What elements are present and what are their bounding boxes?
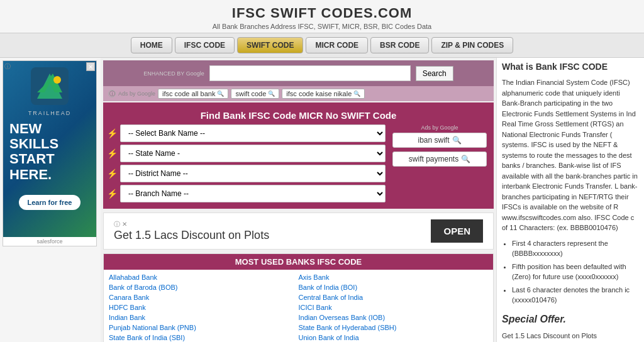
ad-label: salesforce <box>3 237 96 246</box>
quick-link-2[interactable]: swift code 🔍 <box>231 89 279 99</box>
bullet-2: Fifth position has been defaulted with (… <box>512 262 639 282</box>
finder-ads: Ads by Google iban swift 🔍 swift payment… <box>389 124 490 205</box>
banner-ad-open-button[interactable]: OPEN <box>431 219 483 243</box>
site-title: IFSC SWIFT CODES.COM <box>0 5 644 21</box>
iban-swift-text: iban swift <box>418 136 449 145</box>
search-button[interactable]: Search <box>416 66 453 81</box>
swift-payments-text: swift payments <box>409 155 458 163</box>
nav-micr-code[interactable]: MICR CODE <box>306 37 368 53</box>
bank-canara[interactable]: Canara Bank <box>109 292 299 302</box>
special-offer: Special Offer. Get 1.5 Lacs Discount on … <box>502 312 639 343</box>
bank-icici[interactable]: ICICI Bank <box>299 302 489 312</box>
ifsc-bullets: First 4 characters represent the (BBBBxx… <box>502 238 639 306</box>
bullet-3: Last 6 character denotes the branch ic (… <box>512 285 639 306</box>
ad-close-button[interactable]: ✕ <box>86 62 95 71</box>
branch-name-row: ⚡ -- Branch Name -- <box>107 185 386 202</box>
banks-col2: Axis Bank Bank of India (BOI) Central Ba… <box>299 272 489 342</box>
branch-name-select[interactable]: -- Branch Name -- <box>120 185 386 202</box>
quick-links-bar: ⓘ Ads by Google ifsc code all bank 🔍 swi… <box>103 86 494 101</box>
ad-brand-label: TRAILHEAD <box>28 110 72 116</box>
bank-name-select[interactable]: -- Select Bank Name -- <box>120 124 386 142</box>
swift-payments-link[interactable]: swift payments 🔍 <box>392 152 487 167</box>
nav-bsr-code[interactable]: BSR CODE <box>370 37 429 53</box>
site-header: IFSC SWIFT CODES.COM All Bank Branches A… <box>0 0 644 33</box>
bank-hdfc[interactable]: HDFC Bank <box>109 302 299 312</box>
finder-ads-label: Ads by Google <box>421 124 458 131</box>
ad-headline: NEW SKILLS START HERE. <box>9 121 90 182</box>
banner-ad-text: Get 1.5 Lacs Discount on Plots <box>114 229 269 241</box>
most-used-banks-section: MOST USED BANKS IFSC CODE Allahabad Bank… <box>103 253 494 342</box>
bank-bob[interactable]: Bank of Baroda (BOB) <box>109 282 299 292</box>
bank-iob[interactable]: Indian Overseas Bank (IOB) <box>299 312 489 323</box>
bullet-1: First 4 characters represent the (BBBBxx… <box>512 238 639 259</box>
search-bar: ENHANCED BY Google Search <box>103 60 494 86</box>
nav-ifsc-code[interactable]: IFSC CODE <box>175 37 235 53</box>
most-used-banks-grid: Allahabad Bank Bank of Baroda (BOB) Cana… <box>104 270 493 342</box>
nav-zip-pin[interactable]: ZIP & PIN CODES <box>431 37 513 53</box>
right-sidebar-para1: The Indian Financial System Code (IFSC) … <box>502 77 639 233</box>
iban-swift-link[interactable]: iban swift 🔍 <box>392 133 487 148</box>
ads-info-icon: ⓘ <box>108 90 116 97</box>
finder-dropdowns: ⚡ -- Select Bank Name -- ⚡ -- State Name… <box>107 124 386 205</box>
banks-col1: Allahabad Bank Bank of Baroda (BOB) Cana… <box>109 272 299 342</box>
bank-union[interactable]: Union Bank of India <box>299 333 489 342</box>
quick-link-1-text: ifsc code all bank <box>162 90 215 97</box>
search-prefix: ENHANCED BY Google <box>143 70 204 77</box>
bank-boi[interactable]: Bank of India (BOI) <box>299 282 489 292</box>
quick-link-3-text: ifsc code kaise nikale <box>286 90 352 97</box>
quick-link-3[interactable]: ifsc code kaise nikale 🔍 <box>282 89 365 99</box>
lightning-icon-4: ⚡ <box>107 189 118 199</box>
bank-axis[interactable]: Axis Bank <box>299 272 489 282</box>
search-icon-1: 🔍 <box>217 91 224 97</box>
nav-home[interactable]: HOME <box>131 37 172 53</box>
center-content: ENHANCED BY Google Search ⓘ Ads by Googl… <box>101 58 496 342</box>
search-icon-2: 🔍 <box>268 91 275 97</box>
site-subtitle: All Bank Branches Address IFSC, SWIFT, M… <box>0 23 644 30</box>
bank-pnb[interactable]: Punjab National Bank (PNB) <box>109 323 299 333</box>
ifsc-finder-title: Find Bank IFSC Code MICR No SWIFT Code <box>107 106 490 124</box>
trailhead-logo <box>31 67 69 105</box>
ads-by-google-label: Ads by Google <box>118 91 155 97</box>
left-sidebar: ⓘ ✕ TRAILHEAD NEW SKILLS START HERE. Lea… <box>0 58 101 342</box>
state-name-row: ⚡ -- State Name - <box>107 145 386 162</box>
ad-info-icon[interactable]: ⓘ <box>4 62 11 71</box>
search-input[interactable] <box>209 65 411 81</box>
lightning-icon-3: ⚡ <box>107 168 118 179</box>
bank-indian[interactable]: Indian Bank <box>109 312 299 323</box>
swift-search-icon: 🔍 <box>461 155 470 163</box>
bank-sbi[interactable]: State Bank of India (SBI) <box>109 333 299 342</box>
right-sidebar: What is Bank IFSC CODE The Indian Financ… <box>496 58 644 342</box>
ad-cta-button[interactable]: Learn for free <box>19 195 81 210</box>
ad-box: ⓘ ✕ TRAILHEAD NEW SKILLS START HERE. Lea… <box>3 60 97 246</box>
bank-central[interactable]: Central Bank of India <box>299 292 489 302</box>
svg-point-3 <box>53 76 61 84</box>
bank-allahabad[interactable]: Allahabad Bank <box>109 272 299 282</box>
iban-search-icon: 🔍 <box>452 136 462 145</box>
right-sidebar-heading: What is Bank IFSC CODE <box>502 60 639 74</box>
bank-name-row: ⚡ -- Select Bank Name -- <box>107 124 386 142</box>
nav-bar: HOME IFSC CODE SWIFT CODE MICR CODE BSR … <box>0 33 644 58</box>
lightning-icon-2: ⚡ <box>107 148 118 158</box>
special-offer-text: Get 1.5 Lacs Discount on Plots <box>502 331 639 341</box>
state-name-select[interactable]: -- State Name - <box>120 145 386 162</box>
search-icon-3: 🔍 <box>353 91 360 97</box>
banner-ad-info-icon: ⓘ ✕ <box>114 220 269 229</box>
district-name-row: ⚡ -- District Name -- <box>107 165 386 182</box>
quick-link-1[interactable]: ifsc code all bank 🔍 <box>158 89 228 99</box>
lightning-icon-1: ⚡ <box>107 128 118 138</box>
most-used-banks-header: MOST USED BANKS IFSC CODE <box>104 254 493 270</box>
bank-sbh[interactable]: State Bank of Hyderabad (SBH) <box>299 323 489 333</box>
special-offer-heading: Special Offer. <box>502 312 639 327</box>
district-name-select[interactable]: -- District Name -- <box>120 165 386 182</box>
nav-swift-code[interactable]: SWIFT CODE <box>237 37 303 53</box>
quick-link-2-text: swift code <box>235 90 266 97</box>
banner-ad: ⓘ ✕ Get 1.5 Lacs Discount on Plots OPEN <box>103 212 494 250</box>
ifsc-finder: Find Bank IFSC Code MICR No SWIFT Code ⚡… <box>103 102 494 209</box>
